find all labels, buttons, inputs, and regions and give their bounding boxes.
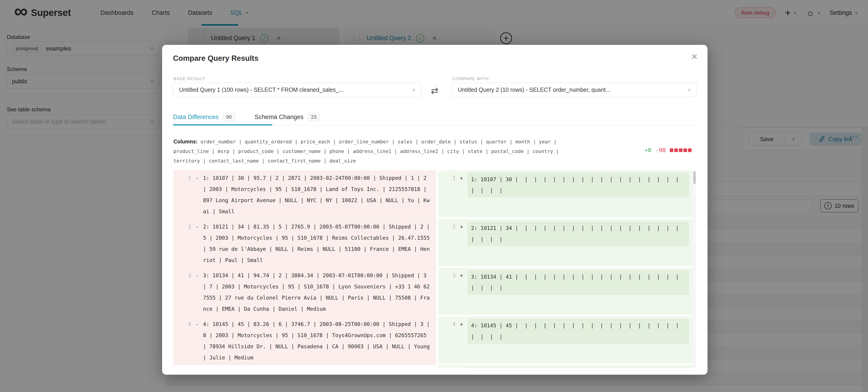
diff-stats: +0 -90 xyxy=(645,147,691,153)
close-modal-icon[interactable]: × xyxy=(691,50,698,63)
diff-row-removed: 2 - 2: 10121 | 34 | 81.35 | 5 | 2765.9 |… xyxy=(174,219,436,268)
line-number xyxy=(438,367,456,368)
removed-line-text: 4: 10145 | 45 | 83.26 | 6 | 3746.7 | 200… xyxy=(203,319,432,365)
removed-block-square xyxy=(679,148,682,152)
base-result-select[interactable]: Untitled Query 1 (100 rows) - SELECT * F… xyxy=(173,83,421,97)
diff-row-added xyxy=(436,365,692,368)
diff-scrollbar[interactable] xyxy=(692,170,696,368)
tab-schema-changes[interactable]: Schema Changes 23 xyxy=(255,113,320,121)
compare-with-value: Untitled Query 2 (10 rows) - SELECT orde… xyxy=(458,86,611,93)
added-block: 1 + 1: 10107 | 30 | | | | | | | | | | | … xyxy=(438,170,692,217)
compare-with-select[interactable]: Untitled Query 2 (10 rows) - SELECT orde… xyxy=(452,83,696,97)
modal-title: Compare Query Results xyxy=(173,54,258,63)
added-sign: + xyxy=(456,172,467,217)
diff-viewer: 1 - 1: 10107 | 30 | 95.7 | 2 | 2871 | 20… xyxy=(174,170,696,368)
added-sign: + xyxy=(456,221,467,266)
diff-row-removed: 3 - 3: 10134 | 41 | 94.74 | 2 | 3884.34 … xyxy=(174,268,436,316)
compare-with-label: COMPARE WITH xyxy=(452,76,489,81)
line-number: 4 xyxy=(174,319,191,365)
active-tab-underline xyxy=(173,124,272,125)
base-result-value: Untitled Query 1 (100 rows) - SELECT * F… xyxy=(179,86,343,93)
line-number: 2 xyxy=(174,221,191,268)
removed-block-square xyxy=(683,148,687,152)
added-line-text: 4: 10145 | 45 | | | | | | | | | | | | | … xyxy=(467,319,689,344)
added-sign: + xyxy=(456,270,467,315)
diff-row-added: 3 + 3: 10134 | 41 | | | | | | | | | | | … xyxy=(436,268,692,316)
line-number: 1 xyxy=(174,172,191,219)
schema-changes-count-badge: 23 xyxy=(308,113,320,121)
tab-schema-changes-label: Schema Changes xyxy=(255,114,304,121)
diff-scrollbar-thumb[interactable] xyxy=(693,171,696,184)
added-line-text xyxy=(467,367,689,368)
tab-data-differences-label: Data Differences xyxy=(173,114,219,121)
line-number: 1 xyxy=(438,172,456,217)
line-number: 3 xyxy=(438,270,456,315)
removed-block-square xyxy=(670,148,673,152)
added-block: 3 + 3: 10134 | 41 | | | | | | | | | | | … xyxy=(438,268,692,315)
diff-row-added: 4 + 4: 10145 | 45 | | | | | | | | | | | … xyxy=(436,316,692,365)
data-differences-count-badge: 90 xyxy=(223,113,235,121)
removed-sign: - xyxy=(191,221,203,268)
diff-row-added: 1 + 1: 10107 | 30 | | | | | | | | | | | … xyxy=(436,170,692,219)
removed-blocks xyxy=(670,148,691,152)
diff-row-removed: 4 - 4: 10145 | 45 | 83.26 | 6 | 3746.7 |… xyxy=(174,316,436,365)
diff-row-partial xyxy=(174,365,696,368)
chevron-down-icon: ∨ xyxy=(412,88,415,92)
removed-sign: - xyxy=(191,172,203,219)
line-number: 4 xyxy=(438,319,456,364)
diff-row: 1 - 1: 10107 | 30 | 95.7 | 2 | 2871 | 20… xyxy=(174,170,696,219)
modal-tabs: Data Differences 90 Schema Changes 23 xyxy=(173,113,320,121)
diff-row-removed xyxy=(174,365,436,368)
added-block: 2 + 2: 10121 | 34 | | | | | | | | | | | … xyxy=(438,219,692,266)
added-count: +0 xyxy=(645,147,651,153)
added-line-text: 3: 10134 | 41 | | | | | | | | | | | | | … xyxy=(467,270,689,295)
diff-row: 4 - 4: 10145 | 45 | 83.26 | 6 | 3746.7 |… xyxy=(174,316,696,365)
added-block xyxy=(438,365,692,368)
removed-sign: - xyxy=(191,270,203,316)
removed-line-text: 2: 10121 | 34 | 81.35 | 5 | 2765.9 | 200… xyxy=(203,221,432,268)
chevron-down-icon: ∨ xyxy=(687,88,691,92)
swap-queries-icon[interactable]: ⇄ xyxy=(431,85,438,96)
columns-list: order_number | quantity_ordered | price_… xyxy=(174,139,562,164)
removed-block-square xyxy=(674,148,678,152)
removed-line-text: 1: 10107 | 30 | 95.7 | 2 | 2871 | 2003-0… xyxy=(203,172,432,219)
removed-block-square xyxy=(688,148,691,152)
added-sign xyxy=(456,367,467,368)
columns-label: Columns: xyxy=(174,139,197,144)
removed-count: -90 xyxy=(655,147,666,153)
diff-row-removed: 1 - 1: 10107 | 30 | 95.7 | 2 | 2871 | 20… xyxy=(174,170,436,219)
diff-row: 3 - 3: 10134 | 41 | 94.74 | 2 | 3884.34 … xyxy=(174,268,696,316)
added-line-text: 1: 10107 | 30 | | | | | | | | | | | | | … xyxy=(467,172,689,198)
line-number: 3 xyxy=(174,270,191,316)
tab-data-differences[interactable]: Data Differences 90 xyxy=(173,113,235,121)
added-block: 4 + 4: 10145 | 45 | | | | | | | | | | | … xyxy=(438,316,692,364)
diff-columns-header: Columns: order_number | quantity_ordered… xyxy=(174,137,581,166)
base-result-label: BASE RESULT xyxy=(174,76,206,81)
added-sign: + xyxy=(456,319,467,364)
removed-sign: - xyxy=(191,319,203,365)
compare-query-results-modal: Compare Query Results × BASE RESULT Unti… xyxy=(162,45,708,375)
added-line-text: 2: 10121 | 34 | | | | | | | | | | | | | … xyxy=(467,221,689,246)
line-number: 2 xyxy=(438,221,456,266)
diff-row-added: 2 + 2: 10121 | 34 | | | | | | | | | | | … xyxy=(436,219,692,268)
diff-row: 2 - 2: 10121 | 34 | 81.35 | 5 | 2765.9 |… xyxy=(174,219,696,268)
removed-line-text: 3: 10134 | 41 | 94.74 | 2 | 3884.34 | 20… xyxy=(203,270,432,316)
